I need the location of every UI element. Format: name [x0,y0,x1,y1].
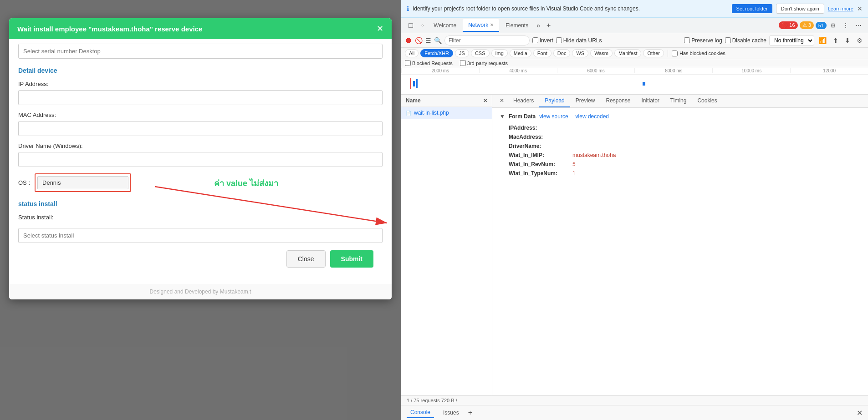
more-tabs-button[interactable]: » [535,20,542,31]
more-options-icon[interactable]: ⋯ [853,20,864,31]
modal-header: Wait install employee "mustakeam.thoha" … [9,18,392,39]
blocked-requests-label[interactable]: Blocked Requests [405,60,453,66]
form-field-key: MacAddress: [509,134,572,140]
timeline-bar-blue-2 [416,79,418,88]
name-panel-header: Name ✕ [401,95,492,107]
tab-preview[interactable]: Preview [570,95,601,107]
tab-welcome[interactable]: Welcome [428,19,462,32]
form-field-key: Wiat_In_TypeNum: [509,170,572,177]
form-field-key: DriverName: [509,143,572,149]
os-input[interactable] [37,176,128,189]
third-party-label[interactable]: 3rd-party requests [460,60,508,66]
os-input-wrapper [35,173,131,192]
hide-data-urls-checkbox-label[interactable]: Hide data URLs [556,37,602,44]
tab-network-close[interactable]: ✕ [490,22,494,27]
submit-button[interactable]: Submit [330,250,373,268]
export-icon[interactable]: ⬇ [843,36,852,45]
form-field-key: Wiat_In_RevNum: [509,161,572,167]
filter-chip-manifest[interactable]: Manifest [614,49,642,57]
filter-chip-img[interactable]: Img [491,49,508,57]
modal-close-x-button[interactable]: ✕ [377,25,383,33]
filter-chip-all[interactable]: All [405,49,419,57]
filter-chip-font[interactable]: Font [533,49,551,57]
disable-cache-checkbox[interactable] [725,37,731,43]
tab-cookies[interactable]: Cookies [692,95,722,107]
form-field-value: mustakeam.thoha [572,152,616,158]
driver-name-label: Driver Name (Windows): [18,142,383,149]
tab-headers[interactable]: Headers [508,95,539,107]
timeline-mark-12000: 12000 [790,68,868,73]
record-button[interactable]: ⏺ [405,36,412,45]
add-tab-button[interactable]: + [543,20,554,31]
modal-body: Detail device IP Address: MAC Address: D… [9,39,392,284]
details-close-button[interactable]: ✕ [496,95,508,107]
annotation-text: ค่า value ไม่ส่งมา [214,176,278,189]
network-conditions-icon[interactable]: 📶 [817,36,828,45]
form-data-label: Form Data [509,113,536,120]
form-field-row: IPAddress: [500,123,861,132]
tab-payload[interactable]: Payload [539,95,570,107]
status-install-input[interactable] [18,228,383,243]
disable-cache-checkbox-label[interactable]: Disable cache [725,37,766,44]
add-console-tab-button[interactable]: + [468,409,472,417]
import-icon[interactable]: ⬆ [831,36,840,45]
serial-number-input[interactable] [18,44,383,59]
screenshot-icon[interactable]: □ [405,20,417,31]
warnings-badge: ⚠ 3 [800,21,814,29]
ip-address-input[interactable] [18,90,383,105]
inspect-icon[interactable]: ◦ [418,20,428,31]
filter-chip-ws[interactable]: WS [572,49,588,57]
settings-icon[interactable]: ⚙ [827,20,839,31]
preserve-log-checkbox-label[interactable]: Preserve log [684,37,722,44]
close-console-button[interactable]: ✕ [857,409,863,417]
view-decoded-link[interactable]: view decoded [576,113,609,120]
stop-button[interactable]: 🚫 [415,37,423,44]
invert-checkbox[interactable] [532,37,538,43]
timeline-chart [401,75,868,93]
view-source-link[interactable]: view source [539,113,568,120]
devtools-settings-icon[interactable]: ⚙ [855,36,864,45]
driver-name-input[interactable] [18,152,383,167]
has-blocked-cookies-checkbox[interactable] [672,51,678,56]
tab-elements[interactable]: Elements [500,19,534,32]
devtools-panel: ℹ Identify your project's root folder to… [401,0,868,420]
section-collapse-arrow[interactable]: ▼ [500,113,505,120]
modal-title: Wait install employee "mustakeam.thoha" … [17,25,202,33]
tab-response[interactable]: Response [600,95,636,107]
close-button[interactable]: Close [286,250,326,268]
has-blocked-cookies-label[interactable]: Has blocked cookies [672,51,725,56]
set-root-folder-button[interactable]: Set root folder [732,4,772,13]
filter-icon-btn[interactable]: ☰ [425,37,431,44]
blocked-requests-checkbox[interactable] [405,60,411,66]
search-icon-btn[interactable]: 🔍 [434,37,442,44]
third-party-checkbox[interactable] [460,60,466,66]
timeline-mark-4000: 4000 ms [479,68,557,73]
tab-timing[interactable]: Timing [665,95,692,107]
mac-address-input[interactable] [18,121,383,136]
hide-data-urls-checkbox[interactable] [556,37,562,43]
customize-icon[interactable]: ⋮ [840,20,852,31]
tab-network[interactable]: Network ✕ [463,19,499,32]
form-field-row: Wiat_In_IMIP:mustakeam.thoha [500,151,861,160]
learn-more-link[interactable]: Learn more [828,6,853,11]
preserve-log-checkbox[interactable] [684,37,690,43]
filter-chip-js[interactable]: JS [455,49,469,57]
filter-chip-css[interactable]: CSS [471,49,490,57]
invert-checkbox-label[interactable]: Invert [532,37,553,44]
filter-chip-fetch-xhr[interactable]: Fetch/XHR [420,49,453,57]
close-banner-button[interactable]: ✕ [857,5,863,12]
issues-tab[interactable]: Issues [439,408,463,418]
name-panel-row[interactable]: 📄 wait-in-list.php [401,107,492,119]
filter-chip-doc[interactable]: Doc [553,49,571,57]
form-field-key: Wiat_In_IMIP: [509,152,572,158]
filter-chip-other[interactable]: Other [643,49,664,57]
filter-chip-wasm[interactable]: Wasm [590,49,613,57]
filter-input[interactable] [444,35,530,46]
devtools-badges: 🚫 16 ⚠ 3 51 [779,21,827,29]
dont-show-again-button[interactable]: Don't show again [776,4,824,14]
form-fields: IPAddress:MacAddress:DriverName:Wiat_In_… [500,123,861,178]
throttle-select[interactable]: No throttling [769,35,814,46]
tab-initiator[interactable]: Initiator [636,95,664,107]
console-tab[interactable]: Console [407,407,434,418]
filter-chip-media[interactable]: Media [510,49,531,57]
